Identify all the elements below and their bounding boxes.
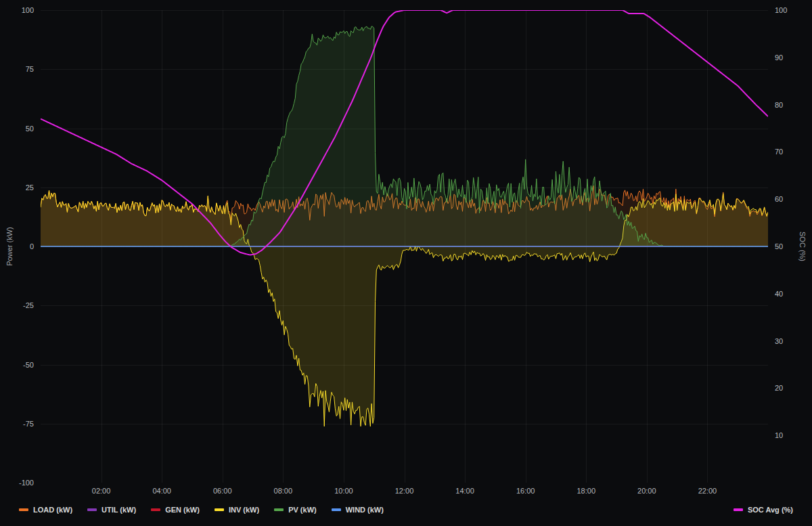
legend-label: WIND (kW) (346, 506, 384, 514)
left-tick-label: 25 (0, 183, 34, 192)
chart-canvas[interactable] (41, 10, 768, 483)
legend-item-pv[interactable]: PV (kW) (274, 506, 317, 514)
legend-item-soc[interactable]: SOC Avg (%) (734, 506, 793, 514)
legend-series-marker-icon (215, 508, 224, 511)
legend-series-marker-icon (19, 508, 28, 511)
right-tick-label: 100 (775, 6, 787, 14)
x-tick-label: 08:00 (274, 487, 293, 495)
legend-label: GEN (kW) (165, 506, 200, 514)
legend-label: INV (kW) (229, 506, 259, 514)
left-tick-label: 0 (0, 242, 34, 250)
right-tick-label: 30 (775, 337, 783, 345)
right-tick-label: 70 (775, 148, 783, 156)
left-tick-label: -25 (0, 301, 34, 309)
legend-right-group: SOC Avg (%) (734, 506, 793, 514)
legend-series-marker-icon (151, 508, 160, 511)
right-tick-label: 20 (775, 384, 783, 392)
right-tick-label: 50 (775, 242, 783, 250)
legend-series-marker-icon (332, 508, 341, 511)
legend-item-gen[interactable]: GEN (kW) (151, 506, 200, 514)
legend-series-marker-icon (734, 508, 743, 511)
right-tick-label: 40 (775, 290, 783, 298)
right-tick-label: 90 (775, 53, 783, 62)
legend-left-group: LOAD (kW)UTIL (kW)GEN (kW)INV (kW)PV (kW… (19, 506, 384, 514)
legend-series-marker-icon (274, 508, 284, 511)
left-tick-label: 75 (0, 65, 34, 73)
x-tick-label: 12:00 (395, 487, 414, 495)
x-tick-label: 06:00 (213, 487, 232, 495)
x-tick-label: 04:00 (152, 487, 171, 495)
legend-label: SOC Avg (%) (748, 506, 793, 514)
x-tick-label: 16:00 (516, 487, 535, 495)
legend-item-util[interactable]: UTIL (kW) (87, 506, 136, 514)
legend-item-load[interactable]: LOAD (kW) (19, 506, 72, 514)
right-tick-label: 10 (775, 431, 783, 439)
legend-label: PV (kW) (288, 506, 317, 514)
legend-bar: LOAD (kW)UTIL (kW)GEN (kW)INV (kW)PV (kW… (0, 501, 812, 519)
x-tick-label: 02:00 (92, 487, 111, 495)
right-tick-label: 60 (775, 195, 783, 203)
grafana-power-panel: Power (kW) SOC (%) -100-75-50-2502550751… (0, 0, 812, 526)
left-tick-label: 100 (0, 6, 34, 14)
legend-item-inv[interactable]: INV (kW) (215, 506, 259, 514)
legend-label: LOAD (kW) (33, 506, 72, 514)
x-tick-label: 22:00 (698, 487, 717, 495)
right-tick-label: 80 (775, 101, 783, 109)
legend-item-wind[interactable]: WIND (kW) (332, 506, 384, 514)
x-tick-label: 20:00 (637, 487, 656, 495)
legend-series-marker-icon (87, 508, 97, 511)
x-tick-label: 18:00 (577, 487, 595, 495)
left-tick-label: 50 (0, 125, 34, 133)
left-tick-label: -100 (0, 479, 34, 487)
x-tick-label: 10:00 (334, 487, 353, 495)
left-tick-label: -75 (0, 420, 34, 428)
right-axis-title: SOC (%) (798, 232, 807, 261)
left-tick-label: -50 (0, 361, 34, 369)
x-tick-label: 14:00 (455, 487, 474, 495)
legend-label: UTIL (kW) (102, 506, 136, 514)
